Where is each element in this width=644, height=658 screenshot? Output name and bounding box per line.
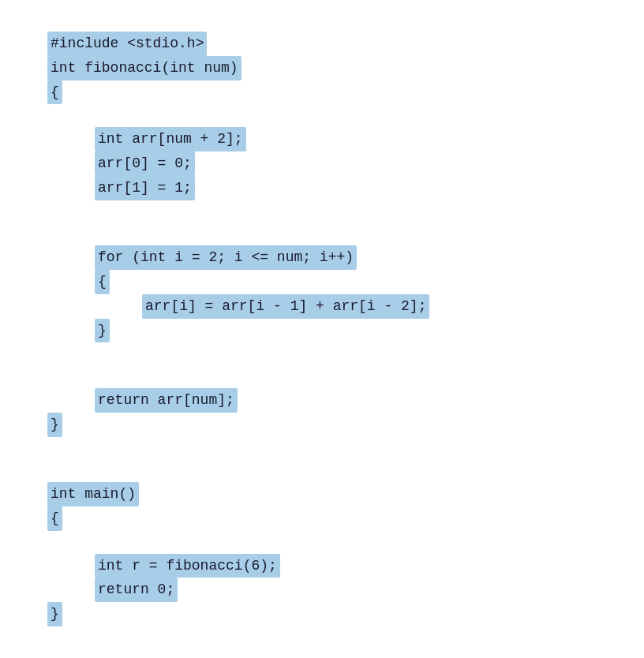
code-empty-line bbox=[47, 437, 597, 460]
code-line-wrapper: #include <stdio.h> bbox=[47, 32, 597, 56]
code-empty-line bbox=[47, 200, 597, 223]
code-line-wrapper: arr[0] = 0; bbox=[47, 151, 597, 176]
code-empty-line bbox=[47, 365, 597, 388]
code-line: arr[1] = 1; bbox=[95, 176, 195, 200]
code-line-wrapper: return 0; bbox=[47, 578, 597, 602]
code-line-wrapper: { bbox=[47, 80, 597, 105]
code-line: { bbox=[47, 507, 62, 531]
code-line-wrapper: } bbox=[47, 319, 597, 343]
code-line: } bbox=[47, 602, 62, 626]
code-empty-line bbox=[47, 459, 597, 482]
code-line: #include <stdio.h> bbox=[47, 32, 207, 56]
code-line-wrapper: arr[1] = 1; bbox=[47, 176, 597, 200]
code-line-wrapper: } bbox=[47, 413, 597, 437]
code-line: } bbox=[95, 319, 110, 343]
code-line-wrapper: int fibonacci(int num) bbox=[47, 56, 597, 80]
code-line: for (int i = 2; i <= num; i++) bbox=[95, 245, 357, 270]
code-line-wrapper: arr[i] = arr[i - 1] + arr[i - 2]; bbox=[47, 294, 597, 319]
code-line: int fibonacci(int num) bbox=[47, 56, 242, 80]
code-line: arr[i] = arr[i - 1] + arr[i - 2]; bbox=[142, 294, 429, 319]
code-line: return arr[num]; bbox=[95, 388, 238, 413]
code-empty-line bbox=[47, 104, 597, 127]
code-block: #include <stdio.h>int fibonacci(int num)… bbox=[47, 32, 597, 626]
code-line: int arr[num + 2]; bbox=[95, 127, 246, 151]
code-empty-line bbox=[47, 342, 597, 365]
code-line-wrapper: return arr[num]; bbox=[47, 388, 597, 413]
code-line: { bbox=[47, 80, 62, 105]
code-line-wrapper: { bbox=[47, 507, 597, 531]
code-line: int main() bbox=[47, 482, 139, 507]
code-empty-line bbox=[47, 531, 597, 554]
code-line-wrapper: int arr[num + 2]; bbox=[47, 127, 597, 151]
code-line-wrapper: } bbox=[47, 602, 597, 626]
code-line-wrapper: int main() bbox=[47, 482, 597, 507]
code-line: arr[0] = 0; bbox=[95, 151, 195, 176]
code-empty-line bbox=[47, 222, 597, 245]
code-line-wrapper: { bbox=[47, 270, 597, 294]
code-line: } bbox=[47, 413, 62, 437]
code-line: return 0; bbox=[95, 578, 178, 602]
code-line: { bbox=[95, 270, 110, 294]
code-line: int r = fibonacci(6); bbox=[95, 554, 280, 578]
code-line-wrapper: int r = fibonacci(6); bbox=[47, 554, 597, 578]
code-line-wrapper: for (int i = 2; i <= num; i++) bbox=[47, 245, 597, 270]
